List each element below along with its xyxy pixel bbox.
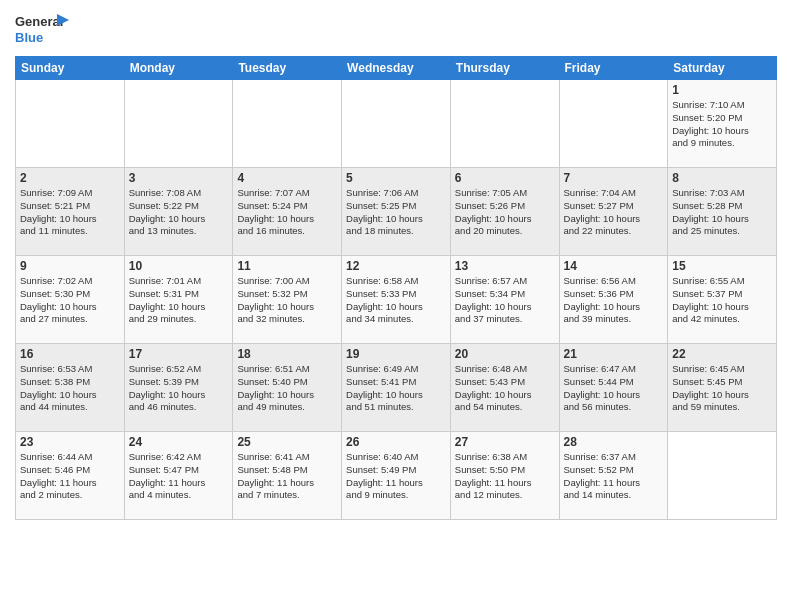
- day-number: 2: [20, 171, 120, 185]
- day-cell: 8Sunrise: 7:03 AM Sunset: 5:28 PM Daylig…: [668, 168, 777, 256]
- day-info: Sunrise: 6:38 AM Sunset: 5:50 PM Dayligh…: [455, 451, 555, 502]
- day-number: 10: [129, 259, 229, 273]
- day-cell: 13Sunrise: 6:57 AM Sunset: 5:34 PM Dayli…: [450, 256, 559, 344]
- header-cell-sunday: Sunday: [16, 57, 125, 80]
- day-cell: 9Sunrise: 7:02 AM Sunset: 5:30 PM Daylig…: [16, 256, 125, 344]
- logo-svg: General Blue: [15, 10, 70, 48]
- day-number: 19: [346, 347, 446, 361]
- day-info: Sunrise: 7:08 AM Sunset: 5:22 PM Dayligh…: [129, 187, 229, 238]
- day-info: Sunrise: 7:02 AM Sunset: 5:30 PM Dayligh…: [20, 275, 120, 326]
- day-cell: [233, 80, 342, 168]
- day-cell: 12Sunrise: 6:58 AM Sunset: 5:33 PM Dayli…: [342, 256, 451, 344]
- day-number: 25: [237, 435, 337, 449]
- svg-text:Blue: Blue: [15, 30, 43, 45]
- header-cell-saturday: Saturday: [668, 57, 777, 80]
- day-cell: 10Sunrise: 7:01 AM Sunset: 5:31 PM Dayli…: [124, 256, 233, 344]
- day-cell: 16Sunrise: 6:53 AM Sunset: 5:38 PM Dayli…: [16, 344, 125, 432]
- calendar-header: SundayMondayTuesdayWednesdayThursdayFrid…: [16, 57, 777, 80]
- day-cell: 6Sunrise: 7:05 AM Sunset: 5:26 PM Daylig…: [450, 168, 559, 256]
- day-number: 4: [237, 171, 337, 185]
- day-cell: [668, 432, 777, 520]
- day-info: Sunrise: 7:04 AM Sunset: 5:27 PM Dayligh…: [564, 187, 664, 238]
- day-info: Sunrise: 7:06 AM Sunset: 5:25 PM Dayligh…: [346, 187, 446, 238]
- week-row-2: 9Sunrise: 7:02 AM Sunset: 5:30 PM Daylig…: [16, 256, 777, 344]
- week-row-1: 2Sunrise: 7:09 AM Sunset: 5:21 PM Daylig…: [16, 168, 777, 256]
- week-row-0: 1Sunrise: 7:10 AM Sunset: 5:20 PM Daylig…: [16, 80, 777, 168]
- day-cell: [124, 80, 233, 168]
- day-info: Sunrise: 6:55 AM Sunset: 5:37 PM Dayligh…: [672, 275, 772, 326]
- day-cell: 15Sunrise: 6:55 AM Sunset: 5:37 PM Dayli…: [668, 256, 777, 344]
- day-cell: [16, 80, 125, 168]
- day-number: 7: [564, 171, 664, 185]
- day-number: 1: [672, 83, 772, 97]
- day-cell: 18Sunrise: 6:51 AM Sunset: 5:40 PM Dayli…: [233, 344, 342, 432]
- day-number: 28: [564, 435, 664, 449]
- day-number: 17: [129, 347, 229, 361]
- day-info: Sunrise: 6:47 AM Sunset: 5:44 PM Dayligh…: [564, 363, 664, 414]
- day-number: 24: [129, 435, 229, 449]
- day-number: 12: [346, 259, 446, 273]
- header: General Blue: [15, 10, 777, 48]
- day-number: 15: [672, 259, 772, 273]
- day-cell: 22Sunrise: 6:45 AM Sunset: 5:45 PM Dayli…: [668, 344, 777, 432]
- header-row: SundayMondayTuesdayWednesdayThursdayFrid…: [16, 57, 777, 80]
- day-number: 21: [564, 347, 664, 361]
- day-number: 16: [20, 347, 120, 361]
- week-row-4: 23Sunrise: 6:44 AM Sunset: 5:46 PM Dayli…: [16, 432, 777, 520]
- day-info: Sunrise: 6:53 AM Sunset: 5:38 PM Dayligh…: [20, 363, 120, 414]
- day-cell: 14Sunrise: 6:56 AM Sunset: 5:36 PM Dayli…: [559, 256, 668, 344]
- day-info: Sunrise: 7:01 AM Sunset: 5:31 PM Dayligh…: [129, 275, 229, 326]
- logo: General Blue: [15, 10, 70, 48]
- day-info: Sunrise: 6:42 AM Sunset: 5:47 PM Dayligh…: [129, 451, 229, 502]
- day-info: Sunrise: 6:56 AM Sunset: 5:36 PM Dayligh…: [564, 275, 664, 326]
- day-number: 13: [455, 259, 555, 273]
- day-cell: 26Sunrise: 6:40 AM Sunset: 5:49 PM Dayli…: [342, 432, 451, 520]
- day-info: Sunrise: 6:41 AM Sunset: 5:48 PM Dayligh…: [237, 451, 337, 502]
- day-cell: 20Sunrise: 6:48 AM Sunset: 5:43 PM Dayli…: [450, 344, 559, 432]
- day-number: 8: [672, 171, 772, 185]
- day-number: 26: [346, 435, 446, 449]
- day-number: 27: [455, 435, 555, 449]
- day-cell: 19Sunrise: 6:49 AM Sunset: 5:41 PM Dayli…: [342, 344, 451, 432]
- day-number: 14: [564, 259, 664, 273]
- day-cell: 17Sunrise: 6:52 AM Sunset: 5:39 PM Dayli…: [124, 344, 233, 432]
- header-cell-tuesday: Tuesday: [233, 57, 342, 80]
- day-info: Sunrise: 6:40 AM Sunset: 5:49 PM Dayligh…: [346, 451, 446, 502]
- day-info: Sunrise: 6:57 AM Sunset: 5:34 PM Dayligh…: [455, 275, 555, 326]
- day-info: Sunrise: 7:00 AM Sunset: 5:32 PM Dayligh…: [237, 275, 337, 326]
- day-info: Sunrise: 7:05 AM Sunset: 5:26 PM Dayligh…: [455, 187, 555, 238]
- day-info: Sunrise: 7:07 AM Sunset: 5:24 PM Dayligh…: [237, 187, 337, 238]
- day-number: 3: [129, 171, 229, 185]
- day-cell: 25Sunrise: 6:41 AM Sunset: 5:48 PM Dayli…: [233, 432, 342, 520]
- calendar-body: 1Sunrise: 7:10 AM Sunset: 5:20 PM Daylig…: [16, 80, 777, 520]
- header-cell-thursday: Thursday: [450, 57, 559, 80]
- day-info: Sunrise: 6:52 AM Sunset: 5:39 PM Dayligh…: [129, 363, 229, 414]
- day-number: 11: [237, 259, 337, 273]
- day-number: 23: [20, 435, 120, 449]
- header-cell-wednesday: Wednesday: [342, 57, 451, 80]
- day-cell: 28Sunrise: 6:37 AM Sunset: 5:52 PM Dayli…: [559, 432, 668, 520]
- day-info: Sunrise: 6:44 AM Sunset: 5:46 PM Dayligh…: [20, 451, 120, 502]
- day-cell: 5Sunrise: 7:06 AM Sunset: 5:25 PM Daylig…: [342, 168, 451, 256]
- day-number: 18: [237, 347, 337, 361]
- day-info: Sunrise: 6:58 AM Sunset: 5:33 PM Dayligh…: [346, 275, 446, 326]
- day-cell: [559, 80, 668, 168]
- day-info: Sunrise: 7:10 AM Sunset: 5:20 PM Dayligh…: [672, 99, 772, 150]
- day-info: Sunrise: 7:09 AM Sunset: 5:21 PM Dayligh…: [20, 187, 120, 238]
- svg-text:General: General: [15, 14, 63, 29]
- header-cell-monday: Monday: [124, 57, 233, 80]
- day-cell: 3Sunrise: 7:08 AM Sunset: 5:22 PM Daylig…: [124, 168, 233, 256]
- day-cell: 27Sunrise: 6:38 AM Sunset: 5:50 PM Dayli…: [450, 432, 559, 520]
- header-cell-friday: Friday: [559, 57, 668, 80]
- day-info: Sunrise: 6:45 AM Sunset: 5:45 PM Dayligh…: [672, 363, 772, 414]
- day-info: Sunrise: 6:51 AM Sunset: 5:40 PM Dayligh…: [237, 363, 337, 414]
- calendar-table: SundayMondayTuesdayWednesdayThursdayFrid…: [15, 56, 777, 520]
- day-number: 22: [672, 347, 772, 361]
- day-info: Sunrise: 6:49 AM Sunset: 5:41 PM Dayligh…: [346, 363, 446, 414]
- day-number: 20: [455, 347, 555, 361]
- day-cell: 4Sunrise: 7:07 AM Sunset: 5:24 PM Daylig…: [233, 168, 342, 256]
- calendar-page: General Blue SundayMondayTuesdayWednesda…: [0, 0, 792, 612]
- day-info: Sunrise: 6:37 AM Sunset: 5:52 PM Dayligh…: [564, 451, 664, 502]
- week-row-3: 16Sunrise: 6:53 AM Sunset: 5:38 PM Dayli…: [16, 344, 777, 432]
- day-cell: 11Sunrise: 7:00 AM Sunset: 5:32 PM Dayli…: [233, 256, 342, 344]
